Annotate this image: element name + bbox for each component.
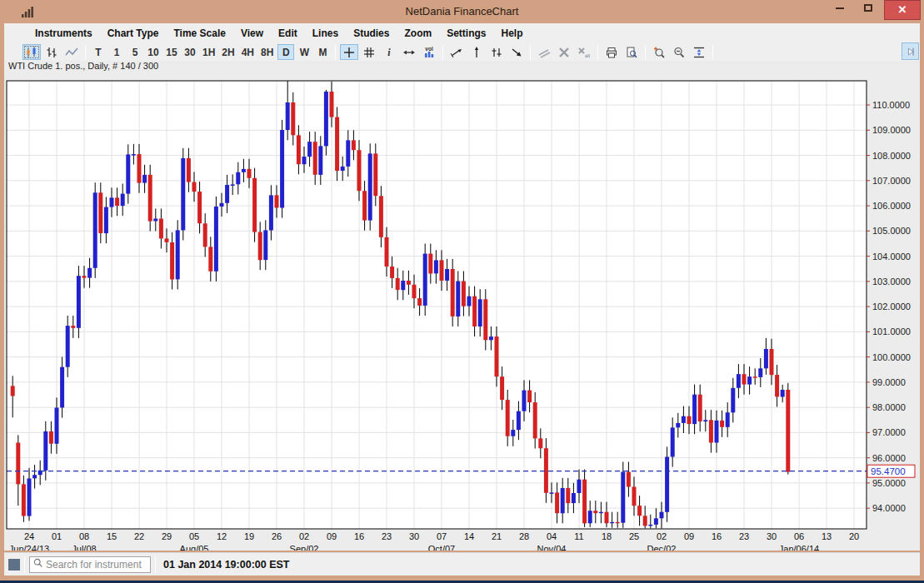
info-button[interactable]: i [380, 44, 398, 60]
svg-text:26: 26 [272, 531, 282, 541]
menu-item-view[interactable]: View [233, 25, 271, 42]
interval-button-m[interactable]: M [314, 44, 331, 60]
svg-text:24: 24 [24, 531, 34, 541]
minimize-button[interactable] [827, 0, 852, 18]
svg-text:02: 02 [299, 531, 309, 541]
svg-text:02: 02 [657, 531, 667, 541]
svg-text:107.0000: 107.0000 [872, 176, 911, 186]
svg-text:08: 08 [79, 531, 89, 541]
interval-button-d[interactable]: D [277, 44, 294, 60]
pin-panel-button[interactable] [902, 42, 919, 60]
svg-text:07: 07 [437, 531, 447, 541]
interval-button-10[interactable]: 10 [145, 44, 162, 60]
search-input[interactable] [44, 558, 144, 571]
menu-item-zoom[interactable]: Zoom [397, 25, 439, 42]
svg-text:108.0000: 108.0000 [872, 151, 911, 161]
toolbar-separator [712, 45, 713, 59]
interval-button-2h[interactable]: 2H [219, 44, 237, 60]
menu-item-studies[interactable]: Studies [346, 25, 397, 42]
svg-text:97.0000: 97.0000 [872, 427, 906, 437]
chart-region: WTI Crude 1. pos., Daily, # 140 / 300 94… [4, 61, 920, 551]
svg-text:101.0000: 101.0000 [872, 326, 911, 336]
arrow-tool-button[interactable] [507, 44, 526, 60]
svg-text:95.0000: 95.0000 [872, 478, 906, 488]
toolbar: T151015301H2H4H8HDWMivolall [4, 43, 920, 61]
svg-text:109.0000: 109.0000 [872, 125, 911, 135]
maximize-button[interactable] [856, 0, 881, 18]
window-title: NetDania FinanceChart [0, 5, 924, 17]
interval-button-5[interactable]: 5 [127, 44, 143, 60]
candle [214, 197, 218, 282]
close-button[interactable]: ✕ [884, 0, 921, 20]
svg-text:19: 19 [244, 531, 254, 541]
print-preview-button[interactable] [622, 44, 641, 60]
toolbar-separator [597, 45, 598, 59]
svg-text:16: 16 [354, 531, 364, 541]
svg-text:104.0000: 104.0000 [872, 252, 911, 262]
vertical-line-tool-button[interactable] [467, 44, 486, 60]
menu-item-lines[interactable]: Lines [305, 25, 346, 42]
interval-button-w[interactable]: W [296, 44, 312, 60]
interval-button-30[interactable]: 30 [182, 44, 198, 60]
candle [335, 107, 339, 182]
interval-button-1h[interactable]: 1H [200, 44, 217, 60]
crosshair-button[interactable] [340, 44, 358, 60]
svg-text:94.0000: 94.0000 [872, 503, 906, 513]
delete-line-button[interactable] [555, 44, 573, 60]
candle [786, 383, 790, 475]
menu-item-settings[interactable]: Settings [439, 25, 493, 42]
delete-all-lines-button[interactable]: all [575, 44, 593, 60]
candle [665, 446, 669, 521]
ohlc-bars-button[interactable] [42, 44, 61, 60]
trendline-button[interactable] [447, 44, 466, 60]
svg-text:30: 30 [767, 531, 777, 541]
channel-tool-button[interactable] [487, 44, 506, 60]
svg-text:16: 16 [712, 531, 722, 541]
interval-button-1[interactable]: 1 [108, 44, 125, 60]
svg-text:Nov/04: Nov/04 [537, 544, 567, 551]
svg-text:96.0000: 96.0000 [872, 453, 906, 463]
menu-item-chart-type[interactable]: Chart Type [100, 25, 167, 42]
print-button[interactable] [602, 44, 621, 60]
svg-text:04: 04 [547, 531, 557, 541]
app-window: NetDania FinanceChart ✕ InstrumentsChart… [0, 0, 924, 583]
menu-item-time-scale[interactable]: Time Scale [166, 25, 232, 42]
search-icon [32, 557, 44, 572]
interval-button-t[interactable]: T [90, 44, 107, 60]
candle [93, 182, 97, 278]
zoom-out-button[interactable] [670, 44, 688, 60]
zoom-in-button[interactable] [650, 44, 668, 60]
parallel-lines-button[interactable] [535, 44, 553, 60]
line-chart-button[interactable] [62, 44, 81, 60]
candle [451, 259, 455, 326]
date-axis: 2401081522290512192602091623300714212804… [9, 531, 859, 551]
svg-text:all: all [585, 52, 591, 57]
menu-item-help[interactable]: Help [493, 25, 530, 42]
status-timestamp: 01 Jan 2014 19:00:00 EST [163, 559, 290, 571]
toolbar-separator [85, 45, 86, 59]
interval-button-15[interactable]: 15 [163, 44, 180, 60]
horizontal-expand-button[interactable] [400, 44, 418, 60]
svg-text:105.0000: 105.0000 [872, 226, 911, 236]
grid-button[interactable] [360, 44, 378, 60]
svg-text:95.4700: 95.4700 [871, 466, 906, 476]
menu-item-instruments[interactable]: Instruments [27, 25, 100, 42]
toolbar-separator [442, 45, 443, 59]
candlestick-chart-button[interactable] [22, 44, 41, 60]
svg-text:Jan/06/14: Jan/06/14 [779, 544, 819, 551]
fit-vertical-button[interactable] [690, 44, 708, 60]
svg-text:vol: vol [426, 46, 434, 52]
menu-bar: InstrumentsChart TypeTime ScaleViewEditL… [4, 23, 920, 43]
candle [181, 148, 185, 241]
price-chart[interactable]: 94.000095.000096.000097.000098.000099.00… [4, 71, 920, 551]
svg-text:Dec/02: Dec/02 [647, 544, 677, 551]
svg-text:25: 25 [629, 531, 639, 541]
menu-item-edit[interactable]: Edit [271, 25, 305, 42]
svg-text:09: 09 [327, 531, 337, 541]
interval-button-4h[interactable]: 4H [239, 44, 257, 60]
interval-button-8h[interactable]: 8H [258, 44, 276, 60]
instrument-search-box[interactable] [29, 556, 151, 573]
toolbar-separator [335, 45, 336, 59]
svg-text:23: 23 [382, 531, 392, 541]
volume-button[interactable]: vol [420, 44, 438, 60]
